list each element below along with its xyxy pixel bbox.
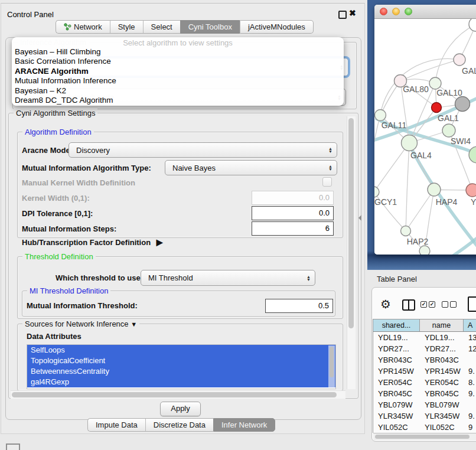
dpi-tolerance-field[interactable]: 0.0 bbox=[252, 206, 334, 220]
tab-infer-network[interactable]: Infer Network bbox=[213, 418, 275, 432]
zoom-window-icon[interactable] bbox=[405, 8, 412, 15]
data-attribute-item[interactable]: gal4RGexp bbox=[27, 377, 335, 387]
network-window-titlebar[interactable] bbox=[374, 5, 476, 19]
table-cell: YLR345W bbox=[373, 410, 420, 422]
data-attribute-item[interactable]: SelfLoops bbox=[27, 345, 335, 356]
network-node[interactable] bbox=[374, 187, 379, 197]
table-row[interactable]: YDL19...YDL19...13 bbox=[373, 332, 476, 343]
data-attribute-item[interactable]: TopologicalCoefficient bbox=[27, 356, 335, 366]
table-row[interactable]: YER054CYER054C8. bbox=[373, 377, 476, 388]
table-cell: YBR045C bbox=[373, 388, 420, 399]
apply-button[interactable]: Apply bbox=[160, 402, 201, 416]
tab-label: Style bbox=[118, 22, 135, 31]
manual-kernel-checkbox[interactable] bbox=[322, 177, 332, 187]
cp-tab-bar: NetworkStyleSelectCyni ToolboxjActiveMNo… bbox=[56, 20, 314, 34]
tab-jactivemnodules[interactable]: jActiveMNodules bbox=[240, 20, 314, 34]
settings-hscrollbar-thumb[interactable] bbox=[12, 392, 337, 397]
network-node[interactable] bbox=[375, 110, 386, 121]
tab-network[interactable]: Network bbox=[56, 20, 110, 34]
network-node[interactable] bbox=[432, 103, 442, 113]
kernel-width-label: Kernel Width (0,1): bbox=[22, 194, 90, 203]
algorithm-option[interactable]: Dream8 DC_TDC Algorithm bbox=[12, 96, 344, 105]
column-header[interactable]: name bbox=[420, 319, 464, 331]
network-node[interactable] bbox=[469, 19, 476, 31]
network-node[interactable] bbox=[455, 97, 470, 112]
table-row[interactable]: YBR045CYBR045C9. bbox=[373, 388, 476, 399]
table-row[interactable]: YBR043CYBR043C bbox=[373, 354, 476, 366]
table-row[interactable]: YIL052CYIL052C9 bbox=[373, 422, 476, 433]
data-attribute-item[interactable]: BetweennessCentrality bbox=[27, 366, 335, 377]
network-edge[interactable] bbox=[374, 115, 380, 192]
float-window-icon[interactable] bbox=[338, 11, 347, 19]
dpi-tolerance-label: DPI Tolerance [0,1]: bbox=[22, 209, 93, 218]
network-node[interactable] bbox=[429, 77, 441, 89]
close-icon[interactable]: ✖ bbox=[349, 8, 356, 18]
network-canvas[interactable]: GALGAL80GAL10GAL1GAL11SWI4GAL4GCY1HAP4YH… bbox=[374, 19, 476, 255]
network-node[interactable] bbox=[419, 246, 430, 255]
table-hscrollbar-thumb[interactable] bbox=[375, 435, 470, 439]
mi-threshold-field[interactable]: 0.5 bbox=[265, 299, 333, 313]
column-header[interactable]: shared... bbox=[373, 319, 420, 331]
algorithm-option[interactable]: Basic Correlation Inference bbox=[12, 57, 344, 66]
column-browser-icon[interactable] bbox=[402, 299, 415, 311]
network-window[interactable]: GALGAL80GAL10GAL1GAL11SWI4GAL4GCY1HAP4YH… bbox=[374, 5, 476, 255]
attributes-scrollbar-thumb[interactable] bbox=[330, 347, 334, 377]
which-threshold-combo[interactable]: MI Threshold ▲▼ bbox=[141, 270, 315, 286]
network-node[interactable] bbox=[469, 146, 476, 163]
network-edge[interactable] bbox=[406, 143, 409, 231]
network-edge[interactable] bbox=[406, 190, 434, 231]
close-window-icon[interactable] bbox=[380, 8, 387, 15]
network-node[interactable] bbox=[402, 135, 418, 151]
column-header[interactable]: A bbox=[464, 319, 476, 331]
table-row[interactable]: YPR145WYPR145W9. bbox=[373, 366, 476, 377]
mi-steps-field[interactable]: 6 bbox=[252, 221, 334, 236]
panel-splitter-handle[interactable] bbox=[358, 215, 361, 221]
network-edge-thick[interactable] bbox=[423, 227, 476, 255]
tab-label: jActiveMNodules bbox=[248, 22, 305, 31]
settings-hscrollbar[interactable] bbox=[11, 390, 345, 399]
tab-style[interactable]: Style bbox=[110, 20, 143, 34]
tab-discretize-data[interactable]: Discretize Data bbox=[145, 418, 213, 432]
network-edge[interactable] bbox=[374, 143, 409, 192]
tab-cyni-toolbox[interactable]: Cyni Toolbox bbox=[180, 20, 240, 34]
table-row[interactable]: YDR27...YDR27...12 bbox=[373, 343, 476, 354]
network-node[interactable] bbox=[466, 184, 476, 197]
select-all-columns-icon[interactable]: ✓ ✓ bbox=[420, 301, 435, 308]
table-cell: 13 bbox=[464, 332, 476, 343]
network-node[interactable] bbox=[428, 183, 441, 196]
table-cell: YPR145W bbox=[373, 366, 420, 377]
hub-definition-label[interactable]: Hub/Transcription Factor Definition ▶ bbox=[22, 237, 163, 247]
network-node[interactable] bbox=[401, 226, 411, 236]
deselect-all-columns-icon[interactable] bbox=[442, 301, 457, 308]
document-icon[interactable] bbox=[468, 296, 476, 312]
table-hscrollbar[interactable] bbox=[373, 433, 476, 441]
algorithm-popup-placeholder: Select algorithm to view settings bbox=[12, 38, 344, 47]
table-row[interactable]: YLR345WYLR345W9. bbox=[373, 410, 476, 422]
network-node[interactable] bbox=[442, 124, 455, 137]
sources-group-title[interactable]: Sources for Network Inference ▼ bbox=[22, 319, 139, 328]
aracne-mode-label: Aracne Mode: bbox=[22, 146, 73, 155]
tab-impute-data[interactable]: Impute Data bbox=[87, 418, 145, 432]
collapse-arrow-icon[interactable]: ▼ bbox=[131, 321, 137, 328]
checked-box-icon: ✓ bbox=[420, 301, 427, 308]
gear-icon[interactable]: ⚙ bbox=[380, 298, 391, 310]
table-cell: YER054C bbox=[373, 377, 420, 388]
minimized-panel-icon[interactable] bbox=[6, 444, 20, 450]
settings-vscrollbar[interactable] bbox=[347, 116, 356, 389]
algorithm-option[interactable]: ARACNE Algorithm bbox=[12, 67, 344, 76]
mi-type-combo[interactable]: Naive Bayes ▲▼ bbox=[165, 160, 337, 175]
network-node[interactable] bbox=[454, 54, 465, 66]
kernel-width-field[interactable]: 0.0 bbox=[252, 191, 334, 205]
algorithm-option[interactable]: Mutual Information Inference bbox=[12, 76, 344, 86]
tab-select[interactable]: Select bbox=[143, 20, 180, 34]
aracne-mode-combo[interactable]: Discovery ▲▼ bbox=[69, 142, 337, 158]
cyni-settings-title: Cyni Algorithm Settings bbox=[14, 109, 97, 118]
algorithm-option[interactable]: Bayesian – K2 bbox=[12, 86, 344, 96]
attributes-scrollbar[interactable] bbox=[328, 345, 335, 388]
minimize-window-icon[interactable] bbox=[392, 8, 400, 15]
algorithm-option[interactable]: Bayesian – Hill Climbing bbox=[12, 47, 344, 57]
expand-arrow-icon[interactable]: ▶ bbox=[157, 237, 163, 247]
settings-vscrollbar-thumb[interactable] bbox=[348, 118, 354, 328]
data-attributes-list[interactable]: SelfLoopsTopologicalCoefficientBetweenne… bbox=[27, 344, 336, 389]
table-row[interactable]: YBL079WYBL079W bbox=[373, 399, 476, 410]
